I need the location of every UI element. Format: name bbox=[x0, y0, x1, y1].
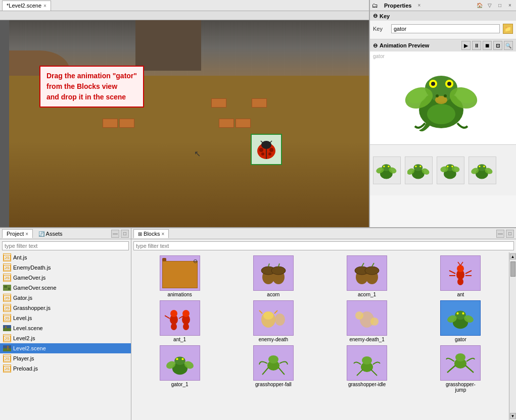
anim-preview-header[interactable]: ⊖ Animation Preview ▶ ⏸ ⏹ ⊡ 🔍 bbox=[370, 39, 516, 51]
platform-1 bbox=[103, 119, 118, 128]
block-enemy-death1[interactable]: enemy-death_1 bbox=[322, 300, 412, 342]
file-enemydeath-js[interactable]: JS EnemyDeath.js bbox=[0, 262, 131, 273]
block-ant1[interactable]: ant_1 bbox=[134, 300, 225, 342]
svg-point-5 bbox=[261, 152, 264, 155]
anim-preview-controls: ▶ ⏸ ⏹ ⊡ 🔍 bbox=[461, 41, 513, 50]
grasshopper-jump-sprite bbox=[445, 349, 476, 377]
gator-block-sprite bbox=[445, 304, 476, 332]
scene-tab-level2[interactable]: *Level2.scene × bbox=[2, 1, 51, 11]
anim-pause-btn[interactable]: ⏸ bbox=[472, 41, 481, 50]
svg-line-61 bbox=[268, 264, 269, 267]
tab-assets-label: Assets bbox=[46, 231, 63, 237]
file-ant-js-label: Ant.js bbox=[13, 254, 27, 260]
blocks-minimize-btn[interactable]: — bbox=[496, 230, 504, 238]
file-level2-scene[interactable]: Level2.scene bbox=[0, 343, 131, 353]
svg-point-43 bbox=[451, 165, 453, 167]
block-gator1[interactable]: gator_1 bbox=[134, 345, 225, 393]
block-grasshopper-fall[interactable]: grasshopper-fall bbox=[228, 345, 318, 393]
prop-icon-3[interactable]: □ bbox=[496, 2, 504, 10]
block-grasshopper-idle[interactable]: grasshopper-idle bbox=[322, 345, 412, 393]
block-ant[interactable]: ant bbox=[415, 255, 506, 297]
svg-point-86 bbox=[182, 310, 190, 317]
scene-thumb-gameover bbox=[3, 285, 11, 291]
properties-icons: 🏠 ▽ □ × bbox=[476, 2, 514, 10]
sprite-frame-4 bbox=[468, 156, 496, 184]
scroll-up-btn[interactable]: ▲ bbox=[510, 253, 516, 259]
tab-project[interactable]: Project × bbox=[2, 229, 33, 238]
file-gator-js[interactable]: JS Gator.js bbox=[0, 293, 131, 303]
block-grasshopper-jump[interactable]: grasshopper-jump bbox=[415, 345, 506, 393]
file-gameover-scene[interactable]: GameOver.scene bbox=[0, 283, 131, 293]
scroll-down-btn[interactable]: ▼ bbox=[510, 413, 516, 419]
prop-icon-4[interactable]: × bbox=[506, 2, 514, 10]
file-level-scene[interactable]: Level.scene bbox=[0, 323, 131, 333]
svg-point-48 bbox=[479, 165, 480, 167]
file-gameover-js-label: GameOver.js bbox=[13, 275, 45, 281]
project-maximize-btn[interactable]: □ bbox=[121, 230, 129, 238]
properties-close-icon[interactable]: × bbox=[417, 3, 420, 8]
svg-point-72 bbox=[457, 265, 464, 272]
block-acorn[interactable]: acorn bbox=[228, 255, 318, 297]
anim-loop-btn[interactable]: ⊡ bbox=[493, 41, 502, 50]
tab-blocks[interactable]: ⊞ Blocks × bbox=[133, 229, 169, 238]
block-grasshopper-jump-label: grasshopper-jump bbox=[440, 382, 481, 393]
svg-rect-51 bbox=[4, 286, 7, 288]
block-gator1-label: gator_1 bbox=[171, 382, 189, 387]
block-acorn1[interactable]: acorn_1 bbox=[322, 255, 412, 297]
instruction-text: Drag the animation "gator"from the Block… bbox=[46, 72, 137, 101]
project-minimize-btn[interactable]: — bbox=[111, 230, 119, 238]
key-folder-btn[interactable]: 📁 bbox=[503, 24, 513, 34]
scene-icon-level bbox=[3, 324, 11, 332]
file-gameover-js[interactable]: JS GameOver.js bbox=[0, 273, 131, 283]
svg-point-33 bbox=[413, 164, 423, 171]
tab-assets[interactable]: 🔄 Assets bbox=[34, 229, 67, 238]
file-ant-js[interactable]: JS Ant.js bbox=[0, 252, 131, 262]
blocks-tab-bar: ⊞ Blocks × — □ bbox=[131, 228, 516, 239]
anim-stop-btn[interactable]: ⏹ bbox=[483, 41, 492, 50]
svg-point-37 bbox=[419, 165, 421, 167]
svg-point-101 bbox=[462, 312, 464, 314]
prop-icon-1[interactable]: 🏠 bbox=[476, 2, 484, 10]
anim-section-title: Animation Preview bbox=[380, 42, 429, 48]
block-acorn1-thumb bbox=[347, 255, 387, 291]
scene-canvas[interactable]: 208 240 272 304 336 368 400 432 464 bbox=[0, 11, 369, 227]
anim-zoom-btn[interactable]: 🔍 bbox=[504, 41, 513, 50]
scroll-thumb[interactable] bbox=[510, 261, 515, 277]
file-level-js[interactable]: JS Level.js bbox=[0, 313, 131, 323]
blocks-panel: ⊞ Blocks × — □ ⊖ animat bbox=[131, 228, 516, 420]
svg-point-17 bbox=[447, 82, 451, 86]
anim-play-btn[interactable]: ▶ bbox=[461, 41, 471, 50]
tab-blocks-close[interactable]: × bbox=[162, 231, 165, 237]
blocks-content: ⊖ animations bbox=[131, 252, 516, 420]
anim-preview-label: gator bbox=[373, 54, 385, 59]
scene-arch-center bbox=[135, 20, 201, 71]
svg-point-42 bbox=[447, 165, 448, 167]
block-enemy-death[interactable]: enemy-death bbox=[228, 300, 318, 342]
file-preload-js[interactable]: JS Preload.js bbox=[0, 363, 131, 374]
svg-point-87 bbox=[183, 323, 189, 330]
key-input[interactable] bbox=[391, 24, 500, 33]
key-label: Key bbox=[373, 26, 388, 32]
file-player-js[interactable]: JS Player.js bbox=[0, 353, 131, 363]
file-level2-js[interactable]: JS Level2.js bbox=[0, 333, 131, 343]
tab-blocks-label: Blocks bbox=[144, 231, 160, 237]
project-filter-input[interactable] bbox=[2, 241, 129, 250]
key-section-header[interactable]: ⊖ Key bbox=[370, 11, 516, 21]
blocks-maximize-btn[interactable]: □ bbox=[506, 230, 514, 238]
blocks-filter-input[interactable] bbox=[133, 241, 514, 250]
prop-icon-2[interactable]: ▽ bbox=[486, 2, 494, 10]
refresh-icon: 🔄 bbox=[38, 231, 44, 237]
file-gator-js-label: Gator.js bbox=[13, 295, 32, 301]
properties-tab-bar: 🗂 Properties × 🏠 ▽ □ × bbox=[370, 0, 516, 11]
svg-point-92 bbox=[275, 313, 285, 326]
block-animations[interactable]: ⊖ animations bbox=[134, 255, 225, 297]
scene-thumb-level bbox=[3, 325, 11, 331]
scene-tab-close-icon[interactable]: × bbox=[43, 3, 46, 9]
key-section-body: Key 📁 bbox=[370, 21, 516, 39]
file-grasshopper-js[interactable]: JS Grasshopper.js bbox=[0, 303, 131, 313]
svg-point-31 bbox=[388, 165, 389, 167]
bug-sprite bbox=[251, 134, 282, 165]
svg-line-90 bbox=[259, 310, 262, 313]
block-gator[interactable]: gator bbox=[415, 300, 506, 342]
tab-project-close[interactable]: × bbox=[25, 231, 28, 237]
